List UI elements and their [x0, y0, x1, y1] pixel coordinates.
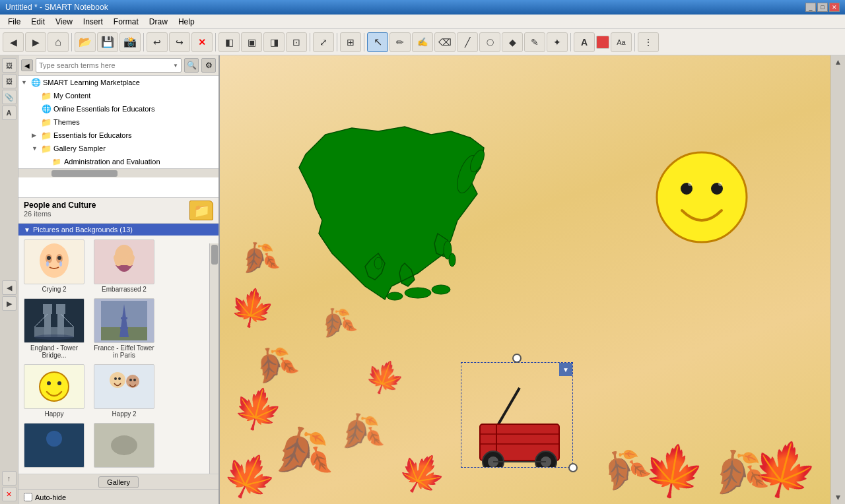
gallery-header-left: People and Culture 26 items — [24, 201, 96, 218]
menu-insert[interactable]: Insert — [78, 16, 108, 28]
attach-btn[interactable]: 📎 — [2, 90, 17, 104]
gallery-vscroll[interactable] — [209, 243, 219, 474]
gallery-item-happy[interactable]: Happy — [21, 363, 87, 419]
wagon-container[interactable]: ▼ — [461, 362, 573, 468]
nav-right[interactable]: ▶ — [2, 296, 17, 311]
page-nav-down[interactable]: ▼ — [832, 491, 845, 504]
open-btn[interactable]: 📂 — [75, 32, 96, 52]
gallery-tool-btn[interactable]: 🖼 — [2, 74, 17, 88]
home-btn[interactable]: ⌂ — [48, 32, 69, 52]
line-btn[interactable]: ╱ — [457, 32, 478, 52]
wagon-resize-handle[interactable] — [568, 463, 578, 472]
svg-point-31 — [133, 379, 136, 381]
left-tools: 🖼 🖼 📎 A ◀ ▶ ↑ ✕ — [0, 55, 18, 504]
color-picker-btn[interactable] — [596, 36, 609, 49]
menu-format[interactable]: Format — [108, 16, 144, 28]
share-btn[interactable]: ↑ — [2, 471, 17, 486]
display-left-btn[interactable]: ◧ — [219, 32, 240, 52]
tree-item-essentials[interactable]: ▶ 📁 Essentials for Educators — [29, 129, 219, 142]
magic-btn[interactable]: ✦ — [547, 32, 568, 52]
h-scroll-thumb[interactable] — [51, 170, 118, 177]
svg-point-39 — [449, 253, 456, 267]
back-btn[interactable]: ◀ — [3, 32, 24, 52]
gallery-button[interactable]: Gallery — [98, 476, 139, 488]
menu-draw[interactable]: Draw — [144, 16, 173, 28]
eraser-btn[interactable]: ⌫ — [434, 32, 456, 52]
nav-left[interactable]: ◀ — [2, 280, 17, 295]
display-right-btn[interactable]: ◨ — [263, 32, 285, 52]
gallery-panel: ◀ ▼ 🔍 ⚙ ▼ 🌐 SMART Learning Marketplace 📁… — [18, 55, 220, 504]
page-thumb-btn[interactable]: 🖼 — [2, 58, 17, 73]
svg-point-0 — [40, 243, 69, 278]
delete-item-btn[interactable]: ✕ — [2, 487, 17, 501]
resize-btn[interactable]: ⤢ — [313, 32, 334, 52]
tree-item-gallery-sampler[interactable]: ▼ 📁 Gallery Sampler — [29, 142, 219, 155]
auto-hide-checkbox[interactable] — [24, 493, 32, 501]
text-btn[interactable]: A — [574, 32, 595, 52]
tree-item-themes[interactable]: 📁 Themes — [29, 115, 219, 129]
delete-btn[interactable]: ✕ — [191, 32, 213, 52]
select-btn[interactable]: ↖ — [367, 32, 388, 52]
gallery-item-embarrassed[interactable]: Embarrassed 2 — [91, 238, 157, 294]
display-capture-btn[interactable]: ⊡ — [286, 32, 307, 52]
svg-point-30 — [129, 379, 132, 381]
search-button[interactable]: 🔍 — [184, 58, 199, 73]
gallery-item-crying[interactable]: Crying 2 — [21, 238, 87, 294]
expand-icon: ▼ — [21, 79, 30, 86]
gallery-item-bottom2[interactable] — [91, 422, 157, 470]
gallery-vscroll-thumb[interactable] — [211, 245, 218, 265]
more-btn[interactable]: ⋮ — [638, 32, 659, 52]
gallery-item-bottom1[interactable] — [21, 422, 87, 470]
tree-item-smart[interactable]: ▼ 🌐 SMART Learning Marketplace — [18, 76, 219, 89]
minimize-btn[interactable]: _ — [805, 3, 816, 12]
sep1 — [71, 33, 72, 51]
svg-point-27 — [126, 375, 139, 388]
highlight-btn[interactable]: ✍ — [412, 32, 433, 52]
search-back-btn[interactable]: ◀ — [21, 59, 33, 71]
menu-help[interactable]: Help — [173, 16, 200, 28]
h-scrollbar[interactable] — [18, 168, 219, 177]
undo-btn[interactable]: ↩ — [147, 32, 168, 52]
svg-rect-11 — [44, 311, 51, 337]
gallery-item-france[interactable]: France - Eiffel Tower in Paris — [91, 297, 157, 360]
page-nav-up[interactable]: ▲ — [832, 55, 845, 69]
save-btn[interactable]: 💾 — [97, 32, 118, 52]
search-dropdown-icon[interactable]: ▼ — [173, 63, 178, 69]
maximize-btn[interactable]: □ — [817, 3, 828, 12]
wagon-handle-circle[interactable] — [512, 354, 522, 363]
table-btn[interactable]: ⊞ — [340, 32, 361, 52]
fill-btn[interactable]: ◆ — [502, 32, 523, 52]
search-input-container[interactable]: ▼ — [36, 58, 182, 73]
thumb-label-embarrassed: Embarrassed 2 — [94, 286, 154, 293]
tree-item-mycontent[interactable]: 📁 My Content — [29, 89, 219, 102]
leaf-2: 🍁 — [226, 283, 279, 333]
gallery-row-3: Happy — [21, 363, 216, 419]
screenshot-btn[interactable]: 📸 — [119, 32, 141, 52]
canvas-area[interactable]: 🍂 🍁 🍂 🍁 🍂 🍁 🍁 🍂 🍁 🍂 🍂 🍁 🍂 🍁 — [220, 55, 830, 504]
tree-item-online[interactable]: 🌐 Online Essentials for Educators — [29, 102, 219, 115]
sep3 — [215, 33, 216, 51]
thumb-bottom2 — [94, 423, 154, 468]
search-more-btn[interactable]: ⚙ — [201, 58, 216, 73]
close-btn[interactable]: ✕ — [829, 3, 840, 12]
forward-btn[interactable]: ▶ — [25, 32, 46, 52]
text-tool-btn[interactable]: A — [2, 106, 17, 120]
wagon-menu-btn[interactable]: ▼ — [559, 363, 572, 376]
gallery-item-happy2[interactable]: Happy 2 — [91, 363, 157, 419]
shapes-btn[interactable]: ◯ — [479, 32, 500, 52]
gallery-item-england[interactable]: England - Tower Bridge... — [21, 297, 87, 360]
redo-btn[interactable]: ↪ — [169, 32, 190, 52]
pen-btn[interactable]: ✏ — [389, 32, 411, 52]
titlebar: Untitled * - SMART Notebook _ □ ✕ — [0, 0, 845, 15]
display-center-btn[interactable]: ▣ — [241, 32, 262, 52]
text-style-btn[interactable]: Aa — [611, 32, 632, 52]
menu-file[interactable]: File — [3, 16, 26, 28]
auto-hide-label: Auto-hide — [35, 493, 66, 501]
search-input[interactable] — [39, 61, 173, 69]
menu-edit[interactable]: Edit — [26, 16, 50, 28]
subcategory-bar[interactable]: ▼ Pictures and Backgrounds (13) — [18, 224, 219, 236]
gallery-bottom: Gallery — [18, 474, 219, 489]
tree-item-admin[interactable]: 📁 Administration and Evaluation — [40, 155, 219, 168]
pencil2-btn[interactable]: ✎ — [524, 32, 545, 52]
menu-view[interactable]: View — [50, 16, 78, 28]
